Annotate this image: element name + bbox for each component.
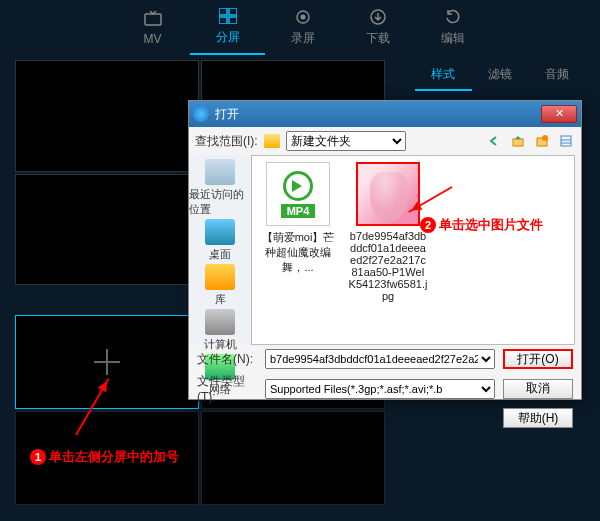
file-pane[interactable]: MP4 【萌爱moi】芒种超仙魔改编舞，... b7de9954af3dbddc… [251, 155, 575, 345]
nav-label: 分屏 [216, 29, 240, 46]
nav-label: 下载 [366, 30, 390, 47]
place-library[interactable]: 库 [205, 264, 235, 307]
tv-icon [143, 10, 163, 28]
up-icon[interactable] [509, 132, 527, 150]
filename-field[interactable]: b7de9954af3dbddcf01a1deeeaed2f27e2a21 [265, 349, 495, 369]
tab-audio[interactable]: 音频 [528, 60, 585, 91]
svg-rect-4 [229, 17, 237, 24]
refresh-icon [443, 8, 463, 26]
svg-rect-11 [561, 136, 571, 146]
svg-point-10 [542, 135, 548, 141]
thumb-cell-selected[interactable] [15, 315, 199, 409]
svg-point-6 [300, 15, 305, 20]
tab-filter[interactable]: 滤镜 [472, 60, 529, 91]
right-tabs: 样式 滤镜 音频 [415, 60, 585, 91]
close-icon[interactable]: ✕ [541, 105, 577, 123]
path-row: 查找范围(I): 新建文件夹 [189, 127, 581, 155]
download-icon [368, 8, 388, 26]
annotation-text: 单击选中图片文件 [439, 216, 543, 234]
file-item-video[interactable]: MP4 【萌爱moi】芒种超仙魔改编舞，... [258, 162, 338, 275]
filename-label: 文件名(N): [197, 351, 257, 368]
top-nav: MV 分屏 录屏 下载 编辑 [0, 0, 600, 55]
annotation-callout-2: 2 单击选中图片文件 [420, 216, 543, 234]
nav-download[interactable]: 下载 [340, 0, 415, 55]
open-file-dialog: 打开 ✕ 查找范围(I): 新建文件夹 最近访问的位置 桌面 库 计算机 网络 … [188, 100, 582, 400]
svg-rect-3 [219, 17, 227, 24]
dialog-titlebar[interactable]: 打开 ✕ [189, 101, 581, 127]
grid-cell[interactable] [15, 174, 199, 286]
record-icon [293, 8, 313, 26]
svg-rect-1 [219, 8, 227, 15]
nav-label: 编辑 [441, 30, 465, 47]
filetype-field[interactable]: Supported Files(*.3gp;*.asf;*.avi;*.b [265, 379, 495, 399]
file-item-image[interactable]: b7de9954af3dbddcf01a1deeeaed2f27e2a217c8… [348, 162, 428, 302]
svg-rect-2 [229, 8, 237, 15]
cancel-button[interactable]: 取消 [503, 379, 573, 399]
open-button[interactable]: 打开(O) [503, 349, 573, 369]
plus-icon [94, 349, 120, 375]
back-icon[interactable] [485, 132, 503, 150]
annotation-callout-1: 1 单击左侧分屏中的加号 [30, 448, 179, 466]
path-label: 查找范围(I): [195, 133, 258, 150]
svg-rect-8 [513, 139, 523, 146]
annotation-badge: 1 [30, 449, 46, 465]
place-label: 最近访问的位置 [189, 187, 251, 217]
new-folder-icon[interactable] [533, 132, 551, 150]
tab-style[interactable]: 样式 [415, 60, 472, 91]
nav-record[interactable]: 录屏 [265, 0, 340, 55]
nav-label: MV [144, 32, 162, 46]
play-icon [283, 171, 313, 201]
annotation-badge: 2 [420, 217, 436, 233]
svg-rect-0 [145, 14, 161, 25]
dialog-body: 最近访问的位置 桌面 库 计算机 网络 MP4 【萌爱moi】芒种超仙魔改编舞，… [189, 155, 581, 345]
folder-select[interactable]: 新建文件夹 [286, 131, 406, 151]
annotation-text: 单击左侧分屏中的加号 [49, 448, 179, 466]
dialog-title: 打开 [215, 106, 541, 123]
help-button[interactable]: 帮助(H) [503, 408, 573, 428]
place-label: 桌面 [209, 247, 231, 262]
places-bar: 最近访问的位置 桌面 库 计算机 网络 [189, 155, 251, 345]
mp4-thumb: MP4 [266, 162, 330, 226]
desktop-icon [205, 219, 235, 245]
place-label: 库 [215, 292, 226, 307]
view-icon[interactable] [557, 132, 575, 150]
mp4-badge: MP4 [281, 204, 316, 218]
library-icon [205, 264, 235, 290]
grid-cell[interactable] [15, 60, 199, 172]
place-recent[interactable]: 最近访问的位置 [189, 159, 251, 217]
nav-mv[interactable]: MV [115, 0, 190, 55]
nav-edit[interactable]: 编辑 [415, 0, 490, 55]
computer-icon [205, 309, 235, 335]
grid-icon [218, 7, 238, 25]
app-icon [193, 106, 209, 122]
place-computer[interactable]: 计算机 [204, 309, 237, 352]
folder-icon [264, 134, 280, 148]
nav-split[interactable]: 分屏 [190, 0, 265, 55]
place-desktop[interactable]: 桌面 [205, 219, 235, 262]
file-name: 【萌爱moi】芒种超仙魔改编舞，... [258, 230, 338, 275]
dialog-footer: 文件名(N): b7de9954af3dbddcf01a1deeeaed2f27… [189, 345, 581, 432]
file-name: b7de9954af3dbddcf01a1deeeaed2f27e2a217c8… [348, 230, 428, 302]
filetype-label: 文件类型(T): [197, 373, 257, 404]
recent-icon [205, 159, 235, 185]
nav-label: 录屏 [291, 30, 315, 47]
